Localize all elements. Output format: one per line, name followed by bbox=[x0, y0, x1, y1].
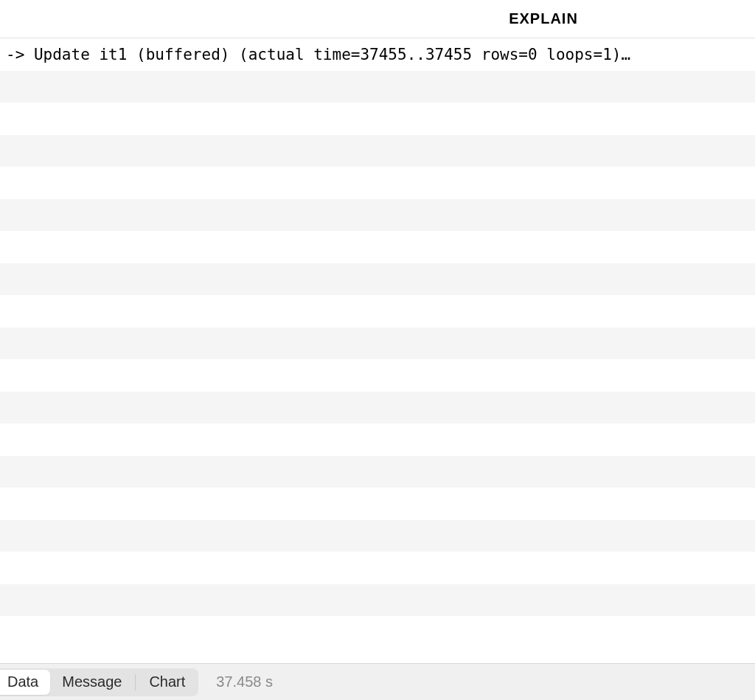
tab-divider bbox=[135, 674, 136, 690]
table-row[interactable] bbox=[0, 71, 755, 103]
tab-message[interactable]: Message bbox=[50, 670, 133, 695]
elapsed-time: 37.458 s bbox=[216, 673, 273, 690]
tab-chart[interactable]: Chart bbox=[137, 670, 197, 695]
table-row[interactable] bbox=[0, 359, 755, 392]
table-row[interactable] bbox=[0, 167, 755, 199]
results-header: EXPLAIN bbox=[0, 0, 755, 38]
table-row[interactable] bbox=[0, 231, 755, 263]
table-row[interactable] bbox=[0, 392, 755, 424]
table-row[interactable] bbox=[0, 263, 755, 296]
table-row[interactable] bbox=[0, 456, 755, 488]
table-row[interactable] bbox=[0, 135, 755, 167]
table-row[interactable]: -> Update it1 (buffered) (actual time=37… bbox=[0, 38, 755, 71]
table-row[interactable] bbox=[0, 423, 755, 456]
table-row[interactable] bbox=[0, 103, 755, 135]
table-row[interactable] bbox=[0, 199, 755, 232]
table-row[interactable] bbox=[0, 488, 755, 520]
table-row[interactable] bbox=[0, 552, 755, 584]
table-row[interactable] bbox=[0, 584, 755, 617]
tab-data[interactable]: Data bbox=[0, 670, 50, 695]
table-row[interactable] bbox=[0, 520, 755, 552]
table-row[interactable] bbox=[0, 295, 755, 328]
column-header-explain[interactable]: EXPLAIN bbox=[509, 10, 578, 27]
view-tabs: Data Message Chart bbox=[0, 668, 198, 696]
table-row[interactable] bbox=[0, 616, 755, 648]
footer-bar: Data Message Chart 37.458 s bbox=[0, 663, 755, 700]
results-grid[interactable]: -> Update it1 (buffered) (actual time=37… bbox=[0, 38, 755, 663]
table-row[interactable] bbox=[0, 328, 755, 360]
